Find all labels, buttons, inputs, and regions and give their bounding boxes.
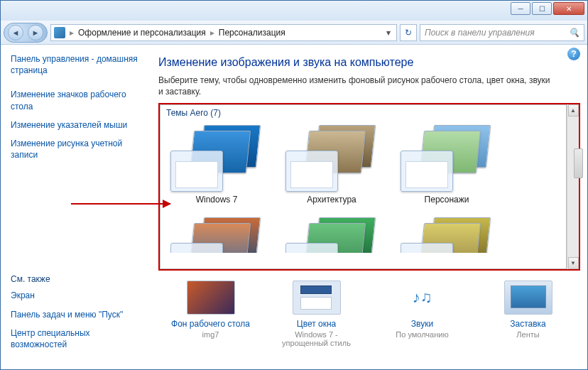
window-color-value: Windows 7 - упрощенный стиль	[277, 330, 356, 347]
annotation-arrow	[71, 203, 170, 205]
desktop-background-item[interactable]: Фон рабочего стола img7	[171, 281, 250, 339]
back-button[interactable]: ◄	[8, 25, 23, 40]
breadcrumb[interactable]: ▸ Оформление и персонализация ▸ Персонал…	[50, 24, 397, 41]
navbar: ◄ ► ▸ Оформление и персонализация ▸ Перс…	[1, 21, 587, 45]
theme-item[interactable]: Архитектура	[285, 125, 378, 205]
nav-back-forward: ◄ ►	[4, 23, 48, 43]
help-icon[interactable]: ?	[567, 48, 580, 60]
sounds-item[interactable]: ♪♫ Звуки По умолчанию	[383, 281, 462, 339]
theme-item[interactable]	[285, 217, 378, 253]
themes-scroll-area: Темы Aero (7) Windows 7	[160, 104, 567, 269]
theme-thumb	[170, 217, 263, 253]
search-icon: 🔍	[569, 28, 579, 38]
theme-thumb	[401, 125, 493, 192]
titlebar: ─ ☐ ✕	[1, 1, 587, 21]
window: ─ ☐ ✕ ◄ ► ▸ Оформление и персонализация …	[0, 0, 588, 370]
desktop-background-link[interactable]: Фон рабочего стола	[171, 319, 250, 329]
desktop-background-value: img7	[171, 330, 250, 339]
breadcrumb-seg[interactable]: Оформление и персонализация	[78, 28, 206, 38]
desktop-background-icon	[187, 281, 235, 315]
theme-thumb	[285, 217, 378, 253]
control-panel-icon	[54, 27, 65, 38]
sidebar-home-link[interactable]: Панель управления - домашняя страница	[11, 53, 144, 76]
scroll-down-button[interactable]: ▼	[568, 257, 579, 269]
chevron-right-icon: ▸	[207, 28, 217, 38]
theme-thumb	[170, 125, 263, 192]
theme-item[interactable]	[401, 217, 493, 253]
maximize-button[interactable]: ☐	[532, 2, 552, 15]
page-subtitle: Выберите тему, чтобы одновременно измени…	[158, 75, 556, 97]
theme-label: Windows 7	[170, 195, 263, 205]
window-color-item[interactable]: Цвет окна Windows 7 - упрощенный стиль	[277, 281, 356, 347]
search-input[interactable]: Поиск в панели управления 🔍	[420, 24, 584, 41]
breadcrumb-dropdown-icon[interactable]: ▾	[383, 28, 393, 38]
see-also-header: См. также	[11, 274, 144, 284]
screensaver-link[interactable]: Заставка	[489, 319, 567, 329]
minimize-button[interactable]: ─	[511, 2, 530, 15]
sidebar-see-also-link[interactable]: Экран	[11, 290, 144, 301]
sounds-icon: ♪♫	[398, 281, 447, 315]
sidebar-see-also-link[interactable]: Центр специальных возможностей	[11, 327, 144, 350]
refresh-button[interactable]: ↻	[400, 24, 417, 41]
sidebar-see-also-link[interactable]: Панель задач и меню "Пуск"	[11, 309, 144, 320]
screensaver-item[interactable]: Заставка Ленты	[489, 281, 567, 339]
search-placeholder: Поиск в панели управления	[425, 28, 535, 38]
theme-thumb	[285, 125, 378, 192]
sounds-value: По умолчанию	[383, 330, 462, 339]
theme-label: Архитектура	[285, 195, 378, 205]
sounds-link[interactable]: Звуки	[383, 319, 462, 329]
theme-label: Персонажи	[401, 195, 493, 205]
scrollbar[interactable]: ▲ ▼	[567, 104, 579, 269]
scroll-thumb[interactable]	[574, 148, 583, 178]
sidebar: Панель управления - домашняя страница Из…	[1, 45, 154, 369]
breadcrumb-seg[interactable]: Персонализация	[219, 28, 285, 38]
sidebar-link[interactable]: Изменение указателей мыши	[11, 119, 144, 131]
screensaver-value: Ленты	[489, 330, 567, 339]
sidebar-link[interactable]: Изменение рисунка учетной записи	[11, 138, 144, 160]
body: Панель управления - домашняя страница Из…	[1, 45, 587, 369]
page-title: Изменение изображения и звука на компьют…	[158, 56, 580, 69]
bottom-row: Фон рабочего стола img7 Цвет окна Window…	[158, 271, 580, 347]
theme-item[interactable]: Персонажи	[401, 125, 493, 205]
theme-item[interactable]: Windows 7	[170, 125, 263, 205]
main: ? Изменение изображения и звука на компь…	[154, 45, 587, 369]
scroll-up-button[interactable]: ▲	[568, 104, 579, 116]
window-color-icon	[293, 281, 341, 315]
theme-group-header: Темы Aero (7)	[160, 105, 566, 121]
theme-item[interactable]	[170, 217, 263, 253]
close-button[interactable]: ✕	[553, 2, 584, 15]
theme-thumb	[401, 217, 493, 253]
sidebar-link[interactable]: Изменение значков рабочего стола	[11, 89, 144, 111]
chevron-right-icon: ▸	[67, 28, 77, 38]
themes-panel-highlight: Темы Aero (7) Windows 7	[158, 103, 580, 271]
themes-grid: Windows 7 Архитектура	[160, 121, 566, 257]
screensaver-icon	[504, 281, 552, 315]
forward-button[interactable]: ►	[28, 25, 43, 40]
window-color-link[interactable]: Цвет окна	[277, 319, 356, 329]
